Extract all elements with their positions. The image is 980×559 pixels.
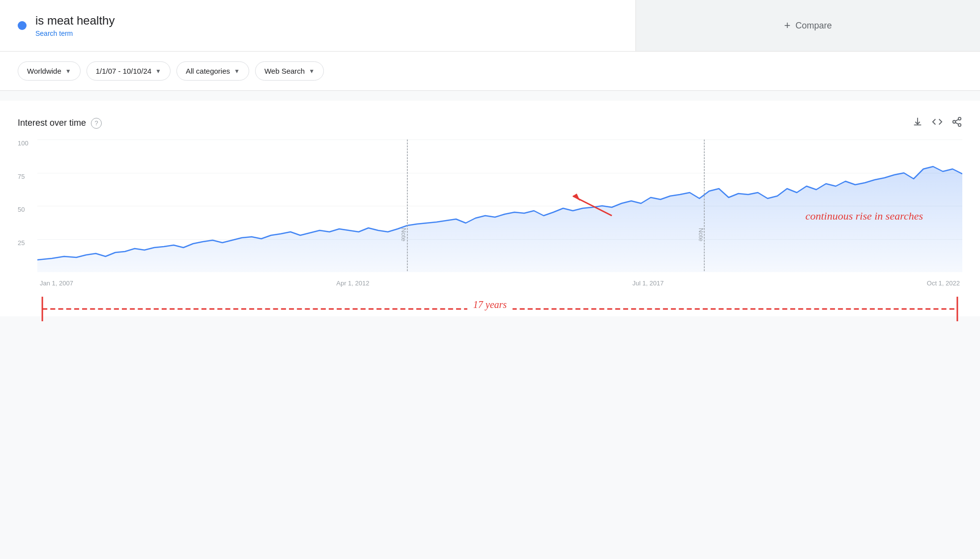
annotation-text: continuous rise in searches [806, 210, 923, 223]
chart-inner: Note Note continuous rise in searches Ja… [37, 140, 962, 287]
svg-point-1 [953, 120, 956, 123]
filters-row: Worldwide ▼ 1/1/07 - 10/10/24 ▼ All cate… [0, 52, 980, 91]
y-label-75: 75 [18, 173, 29, 180]
search-type-arrow-icon: ▼ [309, 68, 315, 75]
svg-text:Note: Note [697, 228, 705, 241]
date-filter[interactable]: 1/1/07 - 10/10/24 ▼ [86, 61, 171, 81]
y-label-100: 100 [18, 140, 29, 147]
compare-card[interactable]: + Compare [636, 0, 980, 51]
embed-icon[interactable] [932, 116, 943, 130]
search-type-label: Web Search [264, 67, 305, 75]
bracket-section: 17 years [18, 292, 962, 326]
y-axis-labels: 100 75 50 25 [18, 140, 29, 287]
category-label: All categories [186, 67, 230, 75]
x-label-2007: Jan 1, 2007 [40, 280, 73, 287]
chart-title-area: Interest over time ? [18, 118, 102, 129]
search-term-text: is meat healthy [35, 14, 115, 28]
location-label: Worldwide [27, 67, 61, 75]
y-label-25: 25 [18, 239, 29, 247]
search-type-filter[interactable]: Web Search ▼ [255, 61, 324, 81]
x-label-2022: Oct 1, 2022 [927, 280, 960, 287]
help-icon[interactable]: ? [91, 118, 102, 129]
x-axis-labels: Jan 1, 2007 Apr 1, 2012 Jul 1, 2017 Oct … [37, 280, 962, 287]
chart-title-text: Interest over time [18, 118, 86, 128]
chart-container: 100 75 50 25 [18, 140, 962, 307]
term-dot [18, 21, 27, 30]
svg-text:Note: Note [400, 228, 407, 241]
trend-line-svg: Note Note [37, 140, 962, 272]
top-section: is meat healthy Search term + Compare [0, 0, 980, 52]
share-icon[interactable] [951, 116, 962, 130]
x-label-2012: Apr 1, 2012 [336, 280, 369, 287]
svg-line-3 [955, 122, 958, 124]
svg-line-4 [955, 119, 958, 121]
svg-point-0 [958, 117, 961, 120]
date-arrow-icon: ▼ [155, 68, 161, 75]
annotation-container: continuous rise in searches [806, 210, 923, 223]
compare-label: Compare [795, 21, 832, 31]
search-term-label: Search term [35, 29, 115, 37]
location-filter[interactable]: Worldwide ▼ [18, 61, 81, 81]
chart-header: Interest over time ? [18, 116, 962, 130]
category-arrow-icon: ▼ [234, 68, 240, 75]
svg-point-2 [958, 124, 961, 126]
category-filter[interactable]: All categories ▼ [176, 61, 249, 81]
chart-actions [912, 116, 962, 130]
chart-area: 100 75 50 25 [18, 140, 962, 287]
download-icon[interactable] [912, 116, 923, 130]
date-label: 1/1/07 - 10/10/24 [96, 67, 151, 75]
y-label-50: 50 [18, 206, 29, 213]
term-info: is meat healthy Search term [35, 14, 115, 37]
search-term-card: is meat healthy Search term [0, 0, 636, 51]
location-arrow-icon: ▼ [65, 68, 71, 75]
compare-plus-icon: + [784, 19, 791, 32]
chart-section: Interest over time ? [0, 101, 980, 316]
x-label-2017: Jul 1, 2017 [633, 280, 664, 287]
years-label: 17 years [467, 299, 513, 310]
